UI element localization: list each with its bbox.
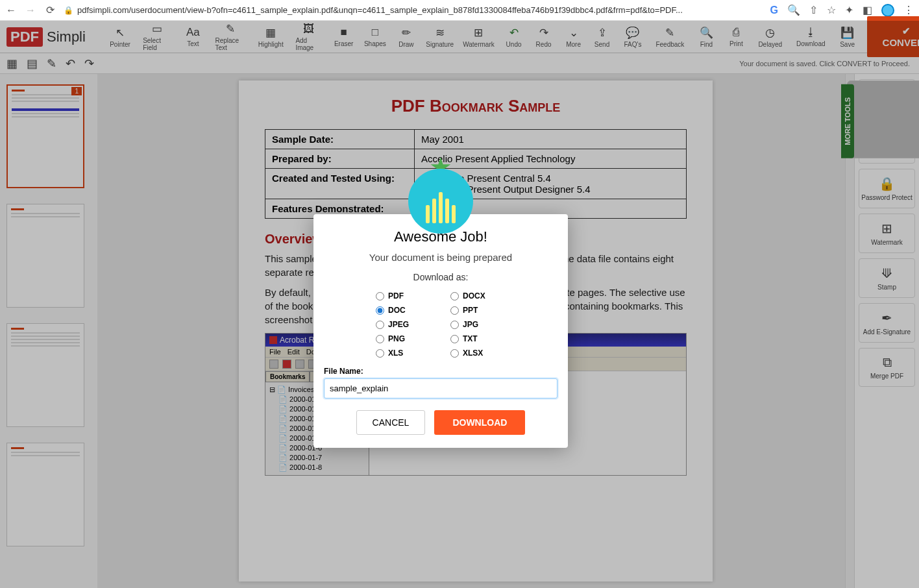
zoom-icon[interactable]: 🔍 [787,4,800,16]
modal-subtitle: Your document is being prepared [324,252,558,263]
back-button[interactable]: ← [5,5,17,16]
menu-icon[interactable]: ⋮ [903,4,914,16]
format-doc[interactable]: DOC [376,306,431,315]
format-jpeg[interactable]: JPEG [376,320,431,329]
cancel-button[interactable]: CANCEL [356,410,426,435]
success-badge [408,169,473,234]
format-pdf[interactable]: PDF [376,291,431,300]
filename-label: File Name: [324,367,558,376]
profile-avatar[interactable] [881,4,894,17]
star-icon[interactable]: ☆ [827,4,836,16]
share-icon[interactable]: ⇧ [809,4,818,16]
address-bar[interactable]: 🔒 pdfsimpli.com/userdocument/view-b?ofn=… [64,5,763,15]
extensions-icon[interactable]: ✦ [845,4,853,16]
lock-icon: 🔒 [64,6,73,15]
google-icon[interactable]: G [770,5,778,16]
browser-chrome: ← → ⟳ 🔒 pdfsimpli.com/userdocument/view-… [0,0,919,21]
forward-button[interactable]: → [25,5,36,16]
format-txt[interactable]: TXT [450,334,506,343]
download-as-label: Download as: [324,272,558,282]
panel-icon[interactable]: ◧ [863,4,872,16]
reload-button[interactable]: ⟳ [44,5,56,16]
url-text: pdfsimpli.com/userdocument/view-b?ofn=c4… [77,5,683,15]
format-jpg[interactable]: JPG [450,320,506,329]
format-xls[interactable]: XLS [376,349,431,358]
download-button[interactable]: DOWNLOAD [434,410,525,435]
format-docx[interactable]: DOCX [450,291,506,300]
format-png[interactable]: PNG [376,334,431,343]
format-ppt[interactable]: PPT [450,306,506,315]
format-xlsx[interactable]: XLSX [450,349,506,358]
format-options: PDFDOCXDOCPPTJPEGJPGPNGTXTXLSXLSX [324,291,558,367]
filename-input[interactable] [324,378,558,398]
download-modal: ★ ★ ★ Awesome Job! Your document is bein… [313,214,568,448]
